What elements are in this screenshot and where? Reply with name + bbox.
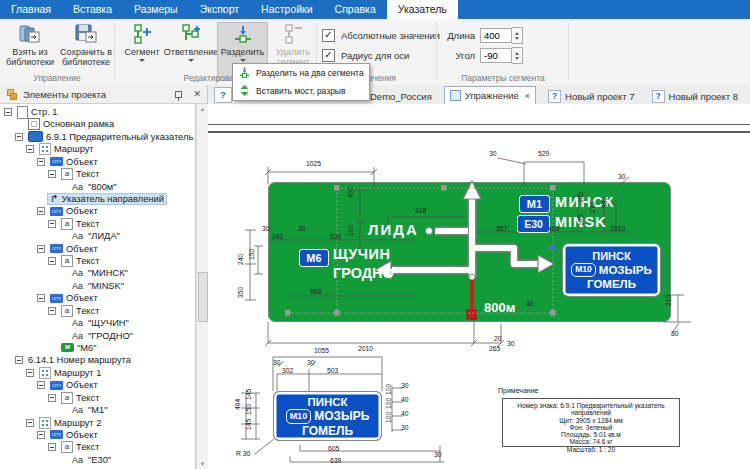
tree-expander-icon[interactable] [48, 307, 56, 315]
sign-text-lida[interactable]: ЛИДА [368, 221, 419, 238]
tree-row[interactable]: Aa"ГРОДНО" [59, 330, 135, 342]
tree-row[interactable]: ↱Указатель направлений [37, 193, 166, 205]
menu-item-split-two-segments[interactable]: Разделить на два сегмента [233, 64, 369, 82]
tree-row[interactable]: aТекст [48, 168, 101, 180]
ribbon-tab-Справка[interactable]: Справка [324, 0, 387, 19]
ribbon-tab-Вставка[interactable]: Вставка [62, 0, 123, 19]
tree-expander-icon[interactable] [37, 381, 45, 389]
length-input[interactable] [480, 28, 512, 43]
route-badge-e30[interactable]: Е30 [517, 215, 550, 233]
sign-text-shchuchin[interactable]: ЩУЧИН [333, 246, 390, 262]
ribbon-tab-Размеры[interactable]: Размеры [123, 0, 189, 19]
tree-expander-icon[interactable] [26, 369, 34, 377]
tree-row[interactable]: CITYОбъект [37, 156, 100, 168]
tree-row[interactable]: Aa"MINSK" [59, 280, 126, 292]
ribbon-tab-Главная[interactable]: Главная [0, 0, 62, 19]
route-badge-m6[interactable]: М6 [299, 249, 329, 267]
tree-expander-icon[interactable] [15, 133, 23, 141]
tree-row[interactable]: Стр. 1 [4, 106, 59, 118]
menu-item-label: Разделить на два сегмента [256, 68, 364, 78]
close-panel-icon[interactable]: ✕ [193, 89, 201, 99]
dimension-label: 464 [234, 399, 241, 410]
tree-expander-icon[interactable] [48, 170, 56, 178]
doc-tab-new-7[interactable]: ?Новый проект 7 [543, 89, 640, 104]
tree-row[interactable]: Aa"ЩУЧИН" [59, 317, 131, 329]
route-badge-m1[interactable]: М1 [519, 195, 550, 213]
tree-row[interactable]: CITYОбъект [37, 205, 100, 217]
ribbon-tab-Экспорт[interactable]: Экспорт [189, 0, 250, 19]
scroll-up-icon[interactable]: ▲ [197, 106, 208, 112]
small-sign-board[interactable]: ПИНСК М10МОЗЫРЬ ГОМЕЛЬ [273, 391, 382, 441]
angle-stepper[interactable] [512, 47, 523, 64]
group-separator [114, 22, 115, 80]
tree-row[interactable]: aТекст [48, 392, 101, 404]
doc-tab-exercise[interactable]: Упражнение × [444, 86, 536, 104]
dimension-label: 100 [577, 192, 584, 203]
length-stepper[interactable] [512, 27, 523, 44]
tree-expander-icon[interactable] [26, 419, 34, 427]
tree-row[interactable]: Маршрут [26, 143, 96, 155]
tree-expander-icon[interactable] [48, 257, 56, 265]
tree-row[interactable]: М"М6" [48, 342, 99, 354]
route-icon [39, 143, 51, 155]
tree-expander-icon[interactable] [48, 394, 56, 402]
scrollbar-thumb[interactable] [198, 272, 208, 322]
tree-row[interactable]: 6.9.1 Предварительный указатель напра [15, 131, 196, 143]
library-take-icon [17, 24, 43, 46]
tree-row[interactable]: Маршрут 2 [26, 417, 103, 429]
insert-bridge-icon [239, 85, 250, 98]
tree-row-label: Объект [66, 157, 98, 167]
note-line: Щит: 3905 x 1284 мм [503, 417, 679, 424]
tree-expander-icon[interactable] [15, 356, 23, 364]
absolute-values-checkbox[interactable] [322, 29, 335, 42]
close-tab-icon[interactable]: × [525, 91, 530, 101]
tree-row-label: Текст [76, 306, 99, 316]
sign-text-grodno[interactable]: ГРОДНО [333, 265, 394, 281]
dimension-label: R 30 [236, 450, 250, 457]
group-label-manage: Управление [0, 73, 114, 83]
tree-expander-icon[interactable] [48, 443, 56, 451]
panel-text-gomel: ГОМЕЛЬ [302, 424, 353, 438]
tree-row[interactable]: aТекст [48, 218, 101, 230]
group-separator [568, 22, 569, 80]
tree-expander-icon[interactable] [37, 207, 45, 215]
help-button[interactable]: ? [214, 87, 232, 103]
radius-axis-checkbox[interactable] [322, 49, 335, 62]
tree-row[interactable]: CITYОбъект [37, 243, 100, 255]
scroll-down-icon[interactable]: ▼ [197, 461, 208, 467]
angle-input[interactable] [480, 48, 512, 63]
tree-row[interactable]: Aa"800м" [59, 181, 119, 193]
sign-text-distance[interactable]: 800м [484, 300, 515, 315]
tree-expander-icon[interactable] [26, 145, 34, 153]
ribbon-tab-Настройки[interactable]: Настройки [250, 0, 324, 19]
tree-row[interactable]: Aa"ЛИДА" [59, 230, 122, 242]
pinsk-inset-panel[interactable]: ПИНСК М10МОЗЫРЬ ГОМЕЛЬ [562, 243, 661, 297]
tree-row[interactable]: aТекст [48, 441, 101, 453]
pin-icon[interactable] [175, 91, 182, 98]
tree-row[interactable]: Маршрут 1 [26, 367, 103, 379]
tree-expander-icon[interactable] [37, 431, 45, 439]
tree-row[interactable]: 6.14.1 Номер маршрута [15, 354, 133, 366]
tree-row[interactable]: CITYОбъект [37, 429, 100, 441]
tree-row[interactable]: Aa"Е30" [59, 454, 113, 466]
tree-row[interactable]: CITYОбъект [37, 379, 100, 391]
tree-expander-icon[interactable] [4, 108, 12, 116]
tree-expander-icon[interactable] [48, 220, 56, 228]
ribbon-tab-Указатель[interactable]: Указатель [387, 0, 458, 19]
tree-row[interactable]: Aa"М1" [59, 404, 110, 416]
drawing-canvas[interactable]: ЛИДА М6 ЩУЧИН ГРОДНО М1 МИНСК Е30 MINSK … [208, 104, 750, 469]
tree-scrollbar[interactable]: ▲ ▼ [196, 104, 208, 469]
tree-expander-icon[interactable] [37, 294, 45, 302]
menu-item-insert-bridge[interactable]: Вставить мост, разрыв [233, 82, 369, 100]
tree-row[interactable]: CITYОбъект [37, 292, 100, 304]
doc-tab-label: Упражнение [465, 90, 519, 101]
tree-row[interactable]: Основная рамка [15, 118, 116, 130]
doc-tab-demo[interactable]: Demo_Россия [365, 89, 437, 104]
tree-row[interactable]: aТекст [48, 255, 101, 267]
doc-tab-new-8[interactable]: ?Новый проект 8 [647, 89, 744, 104]
tree-expander-icon[interactable] [37, 245, 45, 253]
tree-row[interactable]: Aa"МИНСК" [59, 267, 130, 279]
tree-row-label: Текст [76, 219, 99, 229]
tree-row[interactable]: aТекст [48, 305, 101, 317]
tree-expander-icon[interactable] [37, 158, 45, 166]
